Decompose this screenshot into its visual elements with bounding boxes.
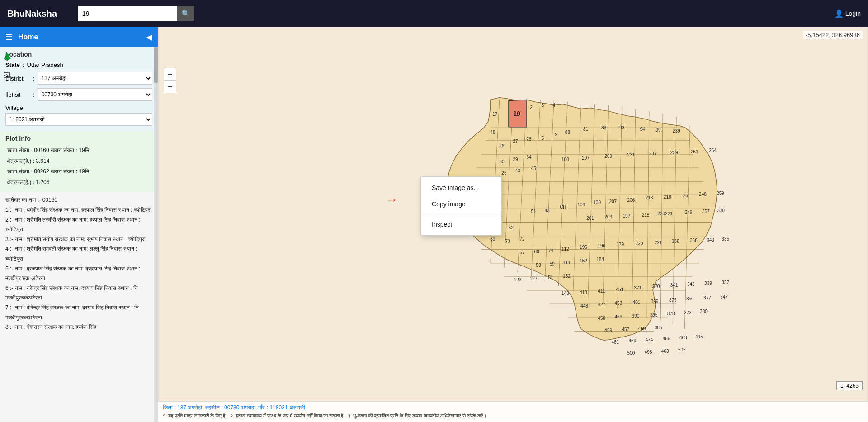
zoom-controls: + −	[164, 68, 176, 93]
svg-text:335: 335	[722, 237, 729, 242]
svg-text:469: 469	[629, 338, 637, 343]
search-input[interactable]	[78, 6, 177, 21]
svg-text:209: 209	[604, 154, 612, 159]
svg-text:69: 69	[490, 237, 495, 242]
svg-text:207: 207	[582, 156, 590, 161]
scale-indicator: 1: 4265	[836, 381, 863, 390]
svg-text:3: 3	[541, 103, 544, 108]
svg-text:368: 368	[672, 239, 679, 244]
svg-text:370: 370	[652, 284, 660, 289]
svg-text:375: 375	[669, 298, 677, 303]
login-button[interactable]: 👤 Login	[835, 9, 861, 18]
plot-line-4: क्षेत्रफल(हे.) : 1.206	[7, 178, 151, 188]
svg-text:371: 371	[634, 285, 642, 290]
state-label-colon: :	[23, 62, 24, 68]
svg-text:5: 5	[541, 136, 544, 141]
zoom-out-button[interactable]: −	[164, 81, 176, 93]
svg-text:237: 237	[649, 151, 657, 156]
svg-text:249: 249	[685, 210, 693, 215]
svg-text:62: 62	[508, 225, 514, 230]
owner-line-7: 7 :- नाम : वीरेन्द्र सिंह संरक्षक का नाम…	[5, 303, 152, 322]
context-menu: Save image as... Copy image Inspect	[420, 176, 502, 236]
svg-text:74: 74	[548, 248, 554, 253]
svg-text:94: 94	[640, 127, 645, 132]
context-menu-save-image[interactable]: Save image as...	[421, 180, 501, 196]
svg-text:112: 112	[561, 247, 569, 251]
svg-text:220: 220	[636, 241, 643, 246]
district-row: District : 137 अमरोहा	[5, 72, 152, 85]
svg-text:350: 350	[686, 296, 694, 301]
svg-text:81: 81	[583, 127, 589, 132]
plot-line-3: खाता संख्या : 00262 खसरा संख्या : 19मि	[7, 167, 151, 177]
plot-title: Plot Info	[5, 135, 152, 142]
svg-text:203: 203	[604, 214, 612, 219]
plot-line-1: खाता संख्या : 00160 खसरा संख्या : 19मि	[7, 146, 151, 156]
svg-text:152: 152	[580, 258, 587, 263]
main-layout: ☰ Home ◀ 🌲 🖼 ℹ Location State : Uttar Pr…	[0, 27, 868, 422]
sidebar-scrollbar[interactable]	[154, 47, 158, 422]
location-title: Location	[5, 51, 152, 58]
owner-line-8: 8 :- नाम : गंगासरन संरक्षक का नाम: हरवंश…	[5, 322, 152, 332]
svg-text:343: 343	[687, 282, 695, 287]
svg-text:390: 390	[632, 313, 640, 318]
svg-text:456: 456	[614, 314, 622, 319]
svg-text:401: 401	[633, 300, 641, 305]
image-icon[interactable]: 🖼	[1, 70, 13, 81]
sidebar-scroll-thumb	[154, 47, 158, 83]
map-area: -5.15422, 326.96986 + −	[158, 27, 868, 422]
svg-text:27: 27	[513, 139, 518, 144]
collapse-button[interactable]: ◀	[146, 32, 152, 42]
svg-text:218: 218	[664, 194, 671, 199]
svg-text:26: 26	[683, 193, 689, 198]
svg-text:448: 448	[580, 303, 588, 308]
tehsil-select[interactable]: 00730 अमरोहा	[38, 88, 152, 101]
svg-text:337: 337	[722, 280, 729, 285]
map-footer-line1: जिला : 137 अमरोहा, तहसील : 00730 अमरोहा,…	[163, 403, 863, 412]
district-select[interactable]: 137 अमरोहा	[38, 72, 152, 85]
svg-text:179: 179	[616, 242, 624, 247]
svg-text:395: 395	[650, 313, 658, 318]
header: BhuNaksha 🔍 👤 Login	[0, 0, 868, 27]
svg-text:357: 357	[702, 209, 710, 214]
village-row: Village 118021 अतरासी	[5, 104, 152, 126]
svg-text:104: 104	[577, 202, 585, 207]
coordinates-display: -5.15422, 326.96986	[803, 31, 863, 39]
svg-text:100: 100	[561, 157, 569, 162]
tree-icon[interactable]: 🌲	[1, 51, 13, 62]
owner-line-1: 1 :- नाम : धर्मवीर सिंह संरक्षक का नाम: …	[5, 205, 152, 215]
tehsil-row: Tehsil : 00730 अमरोहा	[5, 88, 152, 101]
svg-text:340: 340	[707, 237, 714, 242]
svg-text:220221: 220221	[657, 211, 673, 216]
svg-text:451: 451	[616, 287, 623, 292]
svg-text:73: 73	[505, 239, 510, 244]
svg-text:239: 239	[673, 128, 680, 133]
owner-line-4: 4 :- नाम : श्रीमति रामवती संरक्षक का नाम…	[5, 244, 152, 264]
svg-text:207: 207	[609, 199, 617, 204]
svg-text:453: 453	[614, 301, 622, 306]
svg-text:CR: CR	[560, 204, 566, 209]
owner-line-6: 6 :- नाम : नरेन्द्र सिंह संरक्षक का नाम:…	[5, 284, 152, 303]
svg-text:218: 218	[642, 213, 650, 218]
context-menu-copy-image[interactable]: Copy image	[421, 196, 501, 212]
svg-text:463: 463	[679, 335, 687, 340]
svg-text:26: 26	[501, 171, 507, 175]
map-svg: 19 17 1 2 3 4 48 26 27 28 5 9 88 81 83	[158, 27, 868, 422]
svg-text:99: 99	[656, 128, 661, 133]
plot-section: Plot Info खाता संख्या : 00160 खसरा संख्य…	[0, 131, 158, 192]
svg-text:206: 206	[627, 198, 635, 203]
hamburger-icon[interactable]: ☰	[5, 32, 13, 42]
info-icon[interactable]: ℹ	[1, 89, 13, 100]
svg-text:57: 57	[519, 250, 525, 255]
svg-text:495: 495	[695, 334, 703, 339]
svg-text:341: 341	[670, 283, 678, 288]
zoom-in-button[interactable]: +	[164, 68, 176, 81]
context-menu-inspect[interactable]: Inspect	[421, 216, 501, 232]
state-value: Uttar Pradesh	[27, 62, 63, 68]
svg-text:43: 43	[515, 168, 520, 173]
search-wrapper: 🔍	[78, 6, 194, 21]
plot-content: खाता संख्या : 00160 खसरा संख्या : 19मि क…	[5, 146, 152, 187]
search-button[interactable]: 🔍	[177, 6, 194, 21]
owner-content: खातेदार का नाम :- 00160 1 :- नाम : धर्मव…	[5, 195, 152, 332]
village-select[interactable]: 118021 अतरासी	[5, 113, 152, 126]
svg-text:60: 60	[534, 249, 540, 254]
